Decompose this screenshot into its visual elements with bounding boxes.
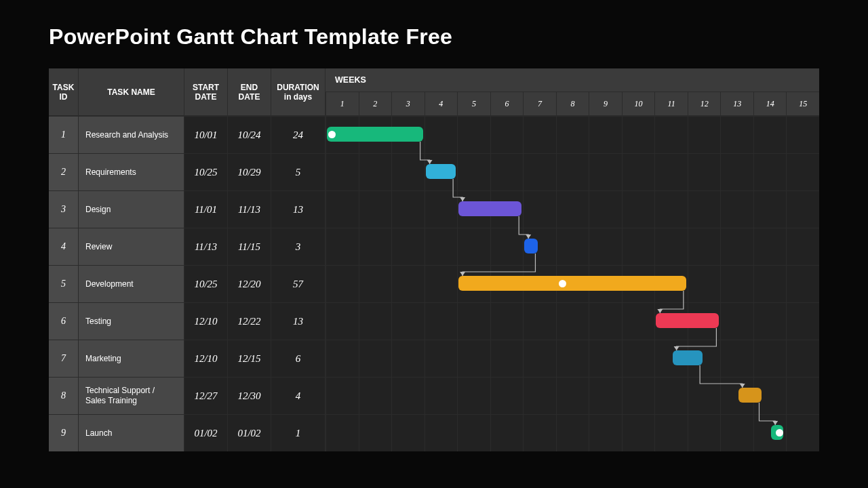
task-start: 12/10 — [184, 302, 228, 340]
week-tick: 10 — [622, 92, 655, 116]
task-name: Review — [79, 228, 184, 265]
task-dur: 13 — [271, 190, 326, 228]
task-id: 9 — [49, 414, 79, 451]
weeks-label: WEEKS — [326, 68, 819, 92]
week-tick: 6 — [490, 92, 524, 116]
task-id: 3 — [49, 190, 79, 228]
week-tick: 12 — [688, 92, 721, 116]
col-header-start: START DATE — [184, 68, 228, 116]
task-start: 01/02 — [184, 414, 228, 451]
task-dur: 5 — [271, 153, 326, 190]
gantt-bar — [656, 313, 719, 328]
task-end: 11/15 — [228, 228, 271, 265]
task-start: 11/01 — [184, 190, 228, 228]
task-dur: 57 — [271, 265, 326, 302]
task-dur: 3 — [271, 228, 326, 265]
task-end: 01/02 — [228, 414, 271, 451]
task-table: TASK ID 123456789 TASK NAME Research and… — [49, 68, 326, 451]
week-tick: 11 — [654, 92, 688, 116]
week-tick: 7 — [523, 92, 556, 116]
col-header-id: TASK ID — [49, 68, 79, 116]
week-tick: 2 — [359, 92, 392, 116]
task-id: 4 — [49, 228, 79, 265]
col-header-duration: DURATION in days — [271, 68, 326, 116]
task-name: Research and Analysis — [79, 116, 184, 153]
task-name: Design — [79, 190, 184, 228]
week-tick: 13 — [720, 92, 753, 116]
task-dur: 1 — [271, 414, 326, 451]
gantt-bar — [426, 164, 456, 179]
task-name: Testing — [79, 302, 184, 340]
week-tick: 9 — [589, 92, 622, 116]
task-end: 10/24 — [228, 116, 271, 153]
week-tick: 3 — [391, 92, 425, 116]
task-id: 7 — [49, 340, 79, 377]
task-end: 12/22 — [228, 302, 271, 340]
task-name: Marketing — [79, 340, 184, 377]
gantt-bar — [738, 388, 762, 403]
task-start: 12/10 — [184, 340, 228, 377]
task-dur: 4 — [271, 377, 326, 414]
task-end: 10/29 — [228, 153, 271, 190]
week-tick: 14 — [753, 92, 787, 116]
task-end: 11/13 — [228, 190, 271, 228]
gantt-bar — [327, 127, 423, 142]
milestone-dot — [776, 429, 783, 436]
task-dur: 6 — [271, 340, 326, 377]
weeks-scale: 123456789101112131415 — [326, 92, 819, 116]
gantt-chart: TASK ID 123456789 TASK NAME Research and… — [49, 68, 819, 451]
week-tick: 5 — [457, 92, 490, 116]
task-start: 10/25 — [184, 265, 228, 302]
task-id: 5 — [49, 265, 79, 302]
task-id: 1 — [49, 116, 79, 153]
task-start: 10/25 — [184, 153, 228, 190]
week-tick: 1 — [326, 92, 359, 116]
milestone-dot — [559, 280, 566, 287]
gantt-timeline: WEEKS 123456789101112131415 — [326, 68, 819, 451]
task-start: 11/13 — [184, 228, 228, 265]
task-name: Technical Support / Sales Training — [79, 377, 184, 414]
task-name: Requirements — [79, 153, 184, 190]
week-tick: 4 — [425, 92, 458, 116]
page-title: PowerPoint Gantt Chart Template Free — [49, 24, 819, 49]
gantt-row — [326, 302, 819, 340]
task-end: 12/20 — [228, 265, 271, 302]
week-tick: 15 — [786, 92, 819, 116]
gantt-bar — [524, 239, 538, 253]
gantt-row — [326, 340, 819, 377]
task-end: 12/15 — [228, 340, 271, 377]
week-tick: 8 — [556, 92, 589, 116]
gantt-row — [326, 414, 819, 451]
task-end: 12/30 — [228, 377, 271, 414]
gantt-row — [326, 153, 819, 190]
col-header-end: END DATE — [228, 68, 271, 116]
gantt-row — [326, 228, 819, 265]
task-dur: 13 — [271, 302, 326, 340]
milestone-dot — [328, 131, 336, 138]
task-start: 12/27 — [184, 377, 228, 414]
task-id: 6 — [49, 302, 79, 340]
col-header-name: TASK NAME — [79, 68, 184, 116]
gantt-bar — [458, 201, 521, 216]
task-dur: 24 — [271, 116, 326, 153]
task-name: Development — [79, 265, 184, 302]
gantt-bar — [458, 276, 686, 291]
gantt-bar — [673, 350, 703, 365]
task-id: 2 — [49, 153, 79, 190]
gantt-grid — [326, 116, 819, 451]
gantt-row — [326, 190, 819, 228]
task-start: 10/01 — [184, 116, 228, 153]
task-id: 8 — [49, 377, 79, 414]
task-name: Launch — [79, 414, 184, 451]
